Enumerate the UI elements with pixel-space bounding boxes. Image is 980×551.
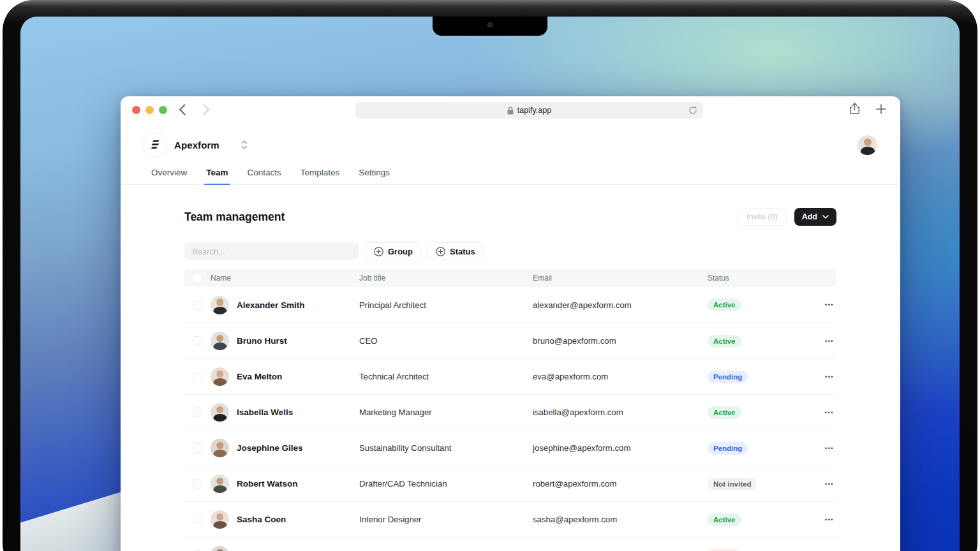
table-body: Alexander Smith Principal Architect alex…	[184, 287, 836, 551]
member-email: sasha@apexform.com	[533, 515, 708, 524]
row-checkbox[interactable]	[193, 479, 202, 489]
tab-contacts[interactable]: Contacts	[248, 168, 281, 184]
lock-icon	[507, 107, 514, 115]
table-row[interactable]: Eva Melton Technical Architect eva@apexf…	[184, 358, 836, 394]
page-title: Team management	[184, 210, 285, 224]
invite-button[interactable]: Invite (0)	[738, 208, 787, 226]
circle-plus-icon	[374, 247, 383, 256]
member-avatar	[211, 332, 229, 350]
desktop-wallpaper: tapify.app	[20, 17, 960, 551]
close-window-button[interactable]	[132, 106, 140, 114]
member-name: Isabella Wells	[237, 408, 293, 417]
primary-nav: Overview Team Contacts Templates Setting…	[121, 156, 900, 185]
workspace-select-icon[interactable]	[241, 140, 248, 150]
table-row[interactable]: Isabella Wells Marketing Manager isabell…	[184, 394, 836, 430]
member-job: Sustainability Consultant	[359, 443, 533, 453]
column-job-title: Job title	[359, 274, 533, 283]
add-button-label: Add	[802, 212, 817, 221]
member-email: bruno@apexform.com	[533, 336, 708, 346]
forward-button[interactable]	[201, 103, 211, 117]
share-icon[interactable]	[850, 103, 859, 115]
column-status: Status	[708, 274, 811, 283]
table-header: Name Job title Email Status	[184, 269, 836, 287]
tab-settings[interactable]: Settings	[359, 168, 390, 184]
status-badge: Failed	[708, 549, 740, 551]
tab-overview[interactable]: Overview	[151, 168, 187, 184]
row-checkbox[interactable]	[193, 372, 202, 381]
group-filter-button[interactable]: Group	[366, 242, 421, 260]
member-job: Interior Designer	[359, 515, 533, 524]
member-avatar	[211, 296, 229, 314]
member-avatar	[211, 403, 229, 422]
status-badge: Active	[708, 335, 741, 348]
status-badge: Active	[708, 406, 741, 419]
row-menu-button[interactable]: •••	[811, 302, 836, 308]
minimize-window-button[interactable]	[145, 106, 154, 114]
tab-team[interactable]: Team	[206, 168, 228, 184]
member-job: Principal Architect	[359, 300, 533, 310]
member-job: Drafter/CAD Technician	[359, 479, 533, 489]
apexform-logo-icon	[144, 133, 167, 156]
app-header: Apexform	[121, 124, 900, 156]
row-menu-button[interactable]: •••	[811, 445, 836, 452]
row-menu-button[interactable]: •••	[811, 409, 836, 416]
status-badge: Pending	[708, 371, 748, 383]
search-input[interactable]	[184, 242, 359, 260]
member-name: Eva Melton	[237, 372, 282, 381]
browser-toolbar: tapify.app	[121, 96, 900, 124]
user-avatar[interactable]	[858, 135, 877, 155]
row-menu-button[interactable]: •••	[811, 517, 836, 523]
row-checkbox[interactable]	[193, 408, 202, 417]
status-filter-label: Status	[450, 247, 475, 256]
group-filter-label: Group	[388, 247, 413, 256]
row-menu-button[interactable]: •••	[811, 481, 836, 487]
table-row[interactable]: Umar Riddle BIM Manager umar@apexform.co…	[184, 537, 836, 551]
display-notch	[433, 17, 547, 36]
table-row[interactable]: Bruno Hurst CEO bruno@apexform.com Activ…	[184, 323, 836, 358]
member-email: alexander@apexform.com	[533, 300, 708, 310]
url-text: tapify.app	[517, 106, 551, 115]
member-name: Josephine Giles	[237, 443, 303, 453]
add-button[interactable]: Add	[794, 208, 836, 226]
status-badge: Pending	[708, 442, 748, 455]
member-email: robert@apexform.com	[533, 479, 708, 489]
member-avatar	[211, 474, 229, 493]
row-menu-button[interactable]: •••	[811, 374, 836, 380]
status-badge: Not invited	[708, 478, 757, 490]
member-email: josephine@apexform.com	[533, 443, 708, 453]
member-name: Bruno Hurst	[237, 336, 287, 346]
reload-icon[interactable]	[688, 105, 697, 115]
tab-templates[interactable]: Templates	[301, 168, 340, 184]
member-avatar	[211, 510, 229, 529]
laptop-frame: tapify.app	[3, 0, 977, 551]
member-job: CEO	[359, 336, 533, 346]
browser-window: tapify.app	[121, 96, 900, 551]
row-checkbox[interactable]	[193, 443, 202, 453]
zoom-window-button[interactable]	[159, 106, 167, 114]
column-name: Name	[211, 274, 359, 283]
member-email: eva@apexform.com	[533, 372, 708, 381]
status-filter-button[interactable]: Status	[427, 242, 484, 260]
member-name: Alexander Smith	[237, 300, 305, 310]
row-checkbox[interactable]	[193, 300, 202, 310]
table-row[interactable]: Sasha Coen Interior Designer sasha@apexf…	[184, 501, 836, 537]
table-row[interactable]: Alexander Smith Principal Architect alex…	[184, 287, 836, 323]
table-row[interactable]: Josephine Giles Sustainability Consultan…	[184, 430, 836, 466]
select-all-checkbox[interactable]	[193, 274, 202, 283]
page-content: Team management Invite (0) Add Group	[121, 185, 900, 551]
back-button[interactable]	[177, 103, 187, 117]
member-avatar	[211, 367, 229, 386]
row-checkbox[interactable]	[193, 515, 202, 524]
table-row[interactable]: Robert Watson Drafter/CAD Technician rob…	[184, 466, 836, 501]
member-job: Technical Architect	[359, 372, 533, 381]
row-menu-button[interactable]: •••	[811, 338, 836, 344]
webcam-icon	[487, 22, 493, 27]
new-tab-icon[interactable]	[876, 104, 886, 114]
member-job: Marketing Manager	[359, 408, 533, 417]
window-controls	[132, 106, 167, 114]
address-bar[interactable]: tapify.app	[355, 102, 703, 119]
team-table: Name Job title Email Status Alexander Sm…	[184, 269, 836, 551]
status-badge: Active	[708, 513, 741, 526]
row-checkbox[interactable]	[193, 336, 202, 346]
workspace-switcher[interactable]: Apexform	[144, 133, 248, 156]
